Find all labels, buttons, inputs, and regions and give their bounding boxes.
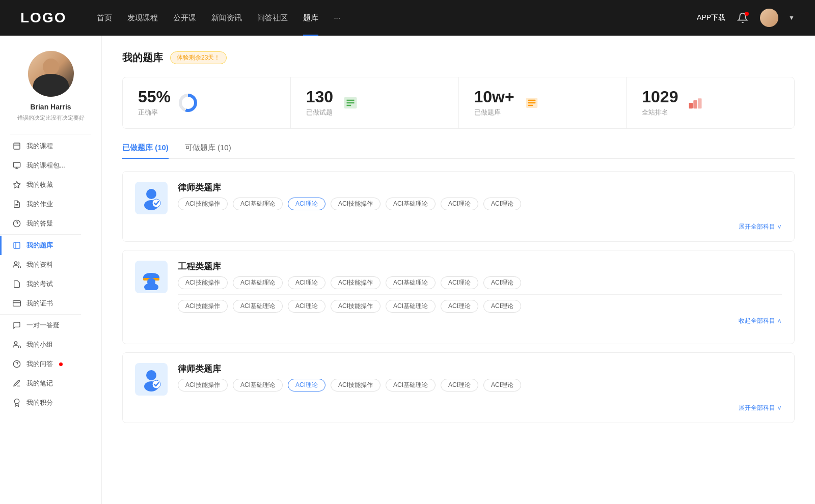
bank-tabs: 已做题库 (10) 可做题库 (10) <box>122 143 795 159</box>
svg-point-29 <box>146 189 156 199</box>
sidebar-item-exam[interactable]: 我的考试 <box>0 274 101 294</box>
accuracy-value: 55% <box>138 89 171 105</box>
svg-rect-28 <box>698 98 702 108</box>
svg-point-17 <box>14 399 19 404</box>
nav-news[interactable]: 新闻资讯 <box>211 11 242 25</box>
tag[interactable]: ACI基础理论 <box>386 276 436 289</box>
tag[interactable]: ACI理论 <box>441 300 478 313</box>
qbank-header: 律师类题库 ACI技能操作 ACI基础理论 ACI理论 ACI技能操作 ACI基… <box>135 182 782 214</box>
tab-available[interactable]: 可做题库 (10) <box>185 143 231 159</box>
nav-discover[interactable]: 发现课程 <box>127 11 158 25</box>
sidebar-item-certificate[interactable]: 我的证书 <box>0 294 101 313</box>
accuracy-donut-chart <box>179 94 197 112</box>
tag[interactable]: ACI理论 <box>483 276 521 289</box>
sidebar-item-label: 我的笔记 <box>26 379 53 388</box>
tag[interactable]: ACI技能操作 <box>331 276 381 289</box>
qbank-header: 工程类题库 ACI技能操作 ACI基础理论 ACI理论 ACI技能操作 ACI基… <box>135 261 782 325</box>
stat-done-questions: 130 已做试题 <box>291 77 459 128</box>
sidebar-item-label: 我的证书 <box>26 299 53 308</box>
rank-label: 全站排名 <box>642 108 678 117</box>
sidebar-item-question-bank[interactable]: 我的题库 <box>0 236 101 255</box>
qbank-title-engineer: 工程类题库 <box>178 261 782 272</box>
tag[interactable]: ACI基础理论 <box>233 379 283 391</box>
nav-open-course[interactable]: 公开课 <box>173 11 196 25</box>
tag[interactable]: ACI理论 <box>441 198 478 210</box>
sidebar-item-notes[interactable]: 我的笔记 <box>0 374 101 393</box>
tab-done[interactable]: 已做题库 (10) <box>122 143 169 159</box>
points-icon <box>12 398 21 407</box>
tag[interactable]: ACI技能操作 <box>178 198 228 210</box>
expand-lawyer1-btn[interactable]: 展开全部科目 ∨ <box>739 222 782 231</box>
qbank-tags-lawyer2: ACI技能操作 ACI基础理论 ACI理论 ACI技能操作 ACI基础理论 AC… <box>178 379 521 391</box>
done-questions-value: 130 <box>306 89 333 105</box>
sidebar-item-favorites[interactable]: 我的收藏 <box>0 175 101 194</box>
collapse-engineer-btn[interactable]: 收起全部科目 ∧ <box>739 317 782 325</box>
sidebar-user-avatar <box>28 51 74 97</box>
nav-more[interactable]: ··· <box>334 11 340 25</box>
tag[interactable]: ACI基础理论 <box>233 300 283 313</box>
tag[interactable]: ACI技能操作 <box>178 276 228 289</box>
sidebar-item-qa[interactable]: 我的答疑 <box>0 214 101 233</box>
nav-question-bank[interactable]: 题库 <box>303 11 318 25</box>
tag[interactable]: ACI理论 <box>441 379 478 391</box>
svg-rect-0 <box>14 143 20 149</box>
qbank-title-lawyer2: 律师类题库 <box>178 363 521 375</box>
nav-home[interactable]: 首页 <box>97 11 112 25</box>
sidebar-item-label: 我的问答 <box>26 359 53 369</box>
expand-lawyer2-btn[interactable]: 展开全部科目 ∨ <box>739 404 782 412</box>
qa-icon <box>12 219 21 228</box>
sidebar-item-profile[interactable]: 我的资料 <box>0 255 101 274</box>
tag[interactable]: ACI技能操作 <box>331 300 381 313</box>
tag[interactable]: ACI理论 <box>483 198 521 210</box>
tag[interactable]: ACI理论 <box>288 276 325 289</box>
qbank-title-lawyer1: 律师类题库 <box>178 182 521 193</box>
main-content: 我的题库 体验剩余23天！ 55% 正确率 130 已做试题 <box>102 36 815 504</box>
sidebar-item-homework[interactable]: 我的作业 <box>0 194 101 214</box>
sidebar-item-course-pkg[interactable]: 我的课程包... <box>0 156 101 175</box>
svg-rect-25 <box>528 105 533 106</box>
sidebar-item-label: 我的积分 <box>26 398 53 407</box>
certificate-icon <box>12 299 21 308</box>
tag[interactable]: ACI技能操作 <box>178 379 228 391</box>
page-header: 我的题库 体验剩余23天！ <box>122 51 795 65</box>
notification-bell[interactable] <box>736 11 750 25</box>
sidebar-item-tutor[interactable]: 一对一答疑 <box>0 316 101 335</box>
questions-icon <box>12 359 21 369</box>
tag[interactable]: ACI基础理论 <box>233 198 283 210</box>
sidebar-item-group[interactable]: 我的小组 <box>0 335 101 354</box>
tag[interactable]: ACI基础理论 <box>386 300 436 313</box>
qbank-tags-lawyer1: ACI技能操作 ACI基础理论 ACI理论 ACI技能操作 ACI基础理论 AC… <box>178 198 521 210</box>
tag-selected[interactable]: ACI理论 <box>288 198 325 210</box>
sidebar-item-label: 我的课程 <box>26 142 53 151</box>
qbank-header: 律师类题库 ACI技能操作 ACI基础理论 ACI理论 ACI技能操作 ACI基… <box>135 363 782 396</box>
sidebar-item-points[interactable]: 我的积分 <box>0 393 101 412</box>
stat-rank: 1029 全站排名 <box>627 77 794 128</box>
tag[interactable]: ACI基础理论 <box>386 198 436 210</box>
user-menu-chevron[interactable]: ▼ <box>789 14 795 21</box>
sidebar-item-questions[interactable]: 我的问答 <box>0 354 101 374</box>
tag[interactable]: ACI理论 <box>288 300 325 313</box>
tag-selected[interactable]: ACI理论 <box>288 379 325 391</box>
user-avatar[interactable] <box>760 9 778 27</box>
sidebar-divider-2 <box>0 314 81 315</box>
tag[interactable]: ACI理论 <box>483 300 521 313</box>
question-bank-icon <box>12 241 21 250</box>
sidebar-item-label: 我的收藏 <box>26 180 53 189</box>
svg-point-35 <box>144 283 158 290</box>
nav-qa[interactable]: 问答社区 <box>257 11 288 25</box>
tag[interactable]: ACI技能操作 <box>331 198 381 210</box>
exam-icon <box>12 279 21 289</box>
sidebar-item-label: 我的小组 <box>26 340 53 349</box>
navbar-links: 首页 发现课程 公开课 新闻资讯 问答社区 题库 ··· <box>97 11 676 25</box>
sidebar-item-my-courses[interactable]: 我的课程 <box>0 136 101 156</box>
tag[interactable]: ACI技能操作 <box>178 300 228 313</box>
sidebar-divider-top <box>10 134 91 134</box>
navbar-logo: LOGO <box>20 10 66 26</box>
tag[interactable]: ACI理论 <box>441 276 478 289</box>
page-title: 我的题库 <box>122 51 163 65</box>
tag[interactable]: ACI理论 <box>483 379 521 391</box>
tag[interactable]: ACI技能操作 <box>331 379 381 391</box>
app-download-btn[interactable]: APP下载 <box>697 13 725 22</box>
tag[interactable]: ACI基础理论 <box>386 379 436 391</box>
tag[interactable]: ACI基础理论 <box>233 276 283 289</box>
